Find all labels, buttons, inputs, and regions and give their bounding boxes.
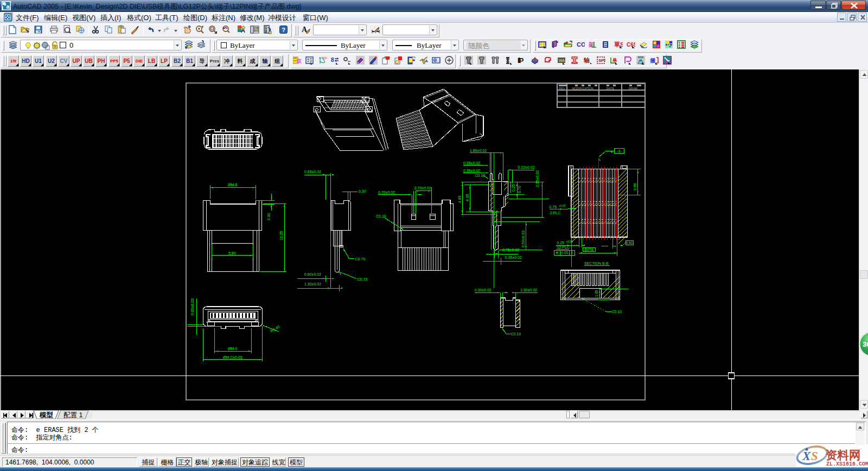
svg-text:DATE: DATE — [607, 87, 615, 90]
svg-text:ØM.C±0.03: ØM.C±0.03 — [223, 355, 242, 359]
svg-text:C0.15: C0.15 — [358, 277, 368, 281]
svg-text:¢: ¢ — [611, 150, 613, 154]
svg-text:12 PLC: 12 PLC — [557, 245, 570, 249]
svg-text:单: 单 — [612, 58, 617, 63]
svg-text:CO: CO — [577, 41, 585, 48]
svg-text:36: 36 — [863, 340, 868, 348]
svg-text:0: 0 — [560, 207, 561, 211]
svg-text:ØM.8: ØM.8 — [228, 183, 237, 187]
svg-text:X: X — [571, 251, 573, 254]
svg-text:-X-: -X- — [617, 149, 622, 153]
svg-text:10.25: 10.25 — [279, 231, 283, 240]
svg-text:C0.10: C0.10 — [511, 332, 521, 336]
svg-text:ØM.0: ØM.0 — [228, 347, 237, 351]
svg-text:8: 8 — [331, 57, 334, 63]
svg-text:4.35: 4.35 — [465, 194, 469, 201]
svg-text:2.35±0.02: 2.35±0.02 — [535, 170, 539, 187]
svg-text:C0.10: C0.10 — [376, 214, 386, 218]
svg-text:0.75±0.02: 0.75±0.02 — [502, 248, 519, 252]
svg-text:ZL.XS1616.COM: ZL.XS1616.COM — [826, 461, 868, 467]
svg-text:3.90: 3.90 — [633, 183, 637, 190]
svg-text:A: A — [425, 59, 428, 63]
svg-text:4.85: 4.85 — [458, 195, 462, 203]
svg-text:捆: 捆 — [650, 58, 655, 63]
svg-text:X: X — [802, 449, 811, 463]
svg-text:0.50: 0.50 — [626, 241, 633, 245]
svg-text:MODIFICATION: MODIFICATION — [572, 87, 593, 90]
svg-text:DRAW: DRAW — [629, 87, 638, 90]
svg-text:分: 分 — [663, 60, 668, 63]
svg-text:S: S — [811, 449, 818, 463]
svg-text:⊕: ⊕ — [556, 251, 559, 254]
svg-text:SP4: SP4 — [598, 58, 605, 63]
svg-text:配置 1: 配置 1 — [63, 411, 82, 419]
svg-text:0.30±0.02: 0.30±0.02 — [475, 288, 492, 292]
svg-text:C6S: C6S — [627, 42, 635, 48]
svg-text:1.85: 1.85 — [595, 290, 598, 297]
svg-text:1.30±0.02: 1.30±0.02 — [520, 288, 537, 292]
svg-text:0.40: 0.40 — [267, 213, 271, 220]
svg-text:SECTION B-B: SECTION B-B — [584, 262, 609, 265]
svg-text:2.70±0.02: 2.70±0.02 — [414, 186, 431, 190]
svg-text:0.20±0.03: 0.20±0.03 — [190, 298, 194, 315]
svg-text:0.95±0.02: 0.95±0.02 — [505, 256, 522, 259]
svg-text:0.30: 0.30 — [359, 189, 366, 193]
svg-text:0.22±0.02: 0.22±0.02 — [518, 166, 535, 169]
svg-text:0.50±0.03: 0.50±0.03 — [521, 231, 525, 247]
svg-text:DV7A: DV7A — [584, 248, 594, 252]
svg-text:1.80±0.02: 1.80±0.02 — [470, 149, 487, 152]
svg-text:?: ? — [282, 27, 285, 33]
svg-text:0.03: 0.03 — [561, 251, 569, 254]
svg-text:双: 双 — [296, 59, 302, 64]
svg-text:0.70: 0.70 — [518, 186, 521, 193]
svg-text:0.65±0.02: 0.65±0.02 — [304, 170, 321, 174]
svg-text:资料网: 资料网 — [826, 449, 861, 462]
svg-text:WA: WA — [559, 59, 565, 62]
svg-text:0.60±0.02: 0.60±0.02 — [304, 272, 321, 276]
svg-text:1.30±0.02: 1.30±0.02 — [304, 282, 321, 286]
svg-text:模型: 模型 — [39, 411, 54, 419]
svg-text:IP: IP — [518, 57, 524, 65]
svg-text:0.95±0.02: 0.95±0.02 — [463, 161, 480, 165]
svg-text:0.25: 0.25 — [512, 184, 515, 192]
svg-text:C0.70: C0.70 — [355, 257, 365, 261]
svg-text:0.25: 0.25 — [557, 241, 565, 245]
svg-text:0.35±0.02: 0.35±0.02 — [463, 169, 480, 173]
svg-text:2 PLC: 2 PLC — [550, 211, 560, 215]
svg-text:5.80: 5.80 — [228, 251, 236, 255]
svg-text:REV: REV — [559, 87, 565, 90]
svg-text:.1: .1 — [437, 58, 441, 63]
svg-text:C0.10: C0.10 — [475, 174, 486, 177]
svg-text:POX: POX — [322, 56, 327, 60]
svg-text:R0.40: R0.40 — [270, 324, 280, 333]
svg-text:0.70±0.02: 0.70±0.02 — [378, 190, 395, 194]
svg-text:a: a — [7, 3, 10, 10]
svg-text:單S: 單S — [614, 41, 623, 48]
svg-text:0.75: 0.75 — [550, 205, 557, 209]
svg-text:C0.10: C0.10 — [611, 310, 622, 314]
svg-text:轴: 轴 — [584, 57, 590, 63]
